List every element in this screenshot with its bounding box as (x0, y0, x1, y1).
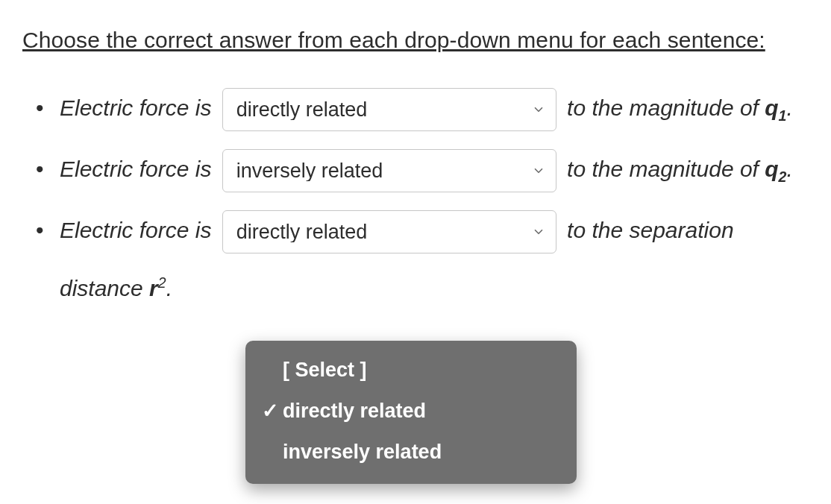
superscript: 2 (158, 274, 166, 291)
dropdown-value: inversely related (236, 161, 383, 181)
relation-dropdown-1[interactable]: directly related (222, 88, 556, 131)
subscript: 1 (779, 107, 787, 124)
sentence-suffix: to the magnitude of q2. (567, 157, 793, 181)
menu-option-inversely[interactable]: inversely related (245, 432, 577, 473)
check-icon: ✓ (262, 395, 278, 427)
menu-item-label: inversely related (283, 436, 442, 468)
list-item: Electric force is directly related to th… (60, 79, 809, 137)
variable: q (765, 95, 778, 120)
dropdown-value: directly related (236, 100, 368, 120)
variable: q (765, 157, 778, 181)
suffix-text: to the magnitude of (567, 95, 765, 120)
dropdown-value: directly related (236, 222, 368, 242)
chevron-down-icon (532, 103, 545, 116)
period: . (786, 157, 792, 181)
menu-item-label: [ Select ] (283, 354, 367, 386)
chevron-down-icon (532, 225, 545, 239)
instruction-heading: Choose the correct answer from each drop… (22, 22, 809, 58)
menu-option-directly[interactable]: ✓ directly related (245, 391, 577, 432)
variable: r (149, 276, 158, 300)
sentence-prefix: Electric force is (60, 95, 211, 120)
menu-placeholder[interactable]: [ Select ] (245, 350, 577, 391)
chevron-down-icon (532, 164, 545, 177)
menu-item-label: directly related (283, 395, 426, 427)
sentence-prefix: Electric force is (60, 157, 211, 181)
list-item: Electric force is inversely related to t… (60, 140, 809, 198)
subscript: 2 (779, 168, 787, 185)
period: . (166, 276, 172, 300)
dropdown-menu-open[interactable]: [ Select ] ✓ directly related inversely … (245, 341, 577, 484)
sentence-suffix: to the magnitude of q1. (567, 95, 793, 120)
relation-dropdown-3[interactable]: directly related (222, 210, 556, 253)
sentence-prefix: Electric force is (60, 218, 211, 242)
relation-dropdown-2[interactable]: inversely related (222, 149, 556, 192)
question-list: Electric force is directly related to th… (22, 79, 809, 318)
period: . (786, 95, 792, 120)
list-item: Electric force is directly related to th… (60, 201, 809, 318)
suffix-text: to the magnitude of (567, 157, 765, 181)
